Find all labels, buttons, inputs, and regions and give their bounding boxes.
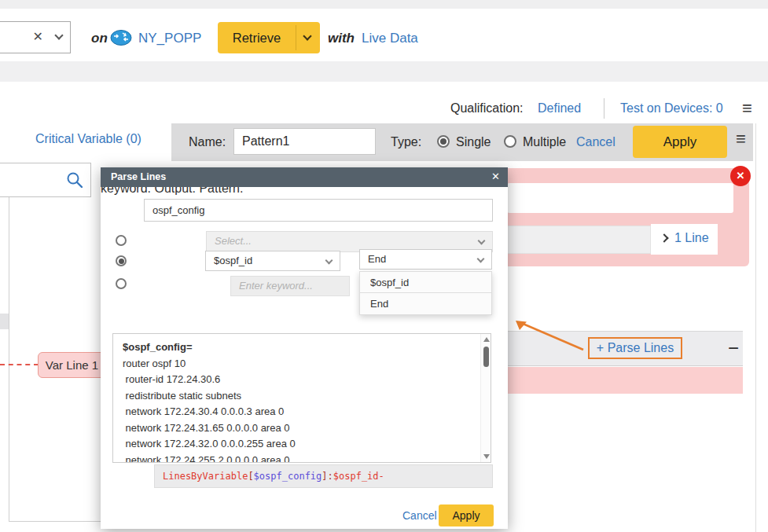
chevron-down-icon [478, 237, 486, 245]
chevron-down-icon [303, 31, 311, 40]
collapse-minus-icon[interactable]: − [728, 337, 739, 359]
panel-divider [9, 197, 9, 521]
chevron-down-icon [325, 257, 333, 265]
dropdown-option[interactable]: End [360, 293, 491, 314]
hamburger-menu-icon[interactable]: ≡ [736, 130, 746, 148]
parse-lines-dialog: Parse Lines ✕ Name: ospf_config The line… [101, 167, 508, 529]
search-icon[interactable] [65, 171, 84, 189]
section-divider-strip [0, 61, 768, 82]
pattern-expression: LinesByVariable[$ospf_config]:$ospf_id- [154, 464, 493, 488]
radio-multiple[interactable] [504, 135, 516, 148]
highlighted-row [487, 367, 743, 394]
keyword-input: Enter keyword... [230, 276, 350, 296]
radio-single[interactable] [437, 135, 450, 148]
line-count-field[interactable] [507, 226, 651, 254]
chevron-right-icon [660, 233, 668, 242]
dialog-apply-button[interactable]: Apply [439, 504, 494, 526]
select-placeholder: Select... [215, 235, 252, 247]
output-line: $ospf_config= [113, 339, 491, 356]
dialog-title: Parse Lines [111, 171, 166, 182]
panel-bottom-border [9, 521, 101, 522]
scrollbar[interactable] [480, 334, 491, 462]
search-input[interactable] [0, 163, 91, 197]
scroll-down-icon[interactable] [483, 454, 490, 459]
vertical-divider [604, 98, 604, 119]
var-line-badge[interactable]: Var Line 1 [38, 352, 106, 378]
output-line: router-id 172.24.30.6 [113, 372, 491, 388]
output-line: network 172.24.255.2 0.0.0.0 area 0 [113, 453, 491, 464]
one-line-label: 1 Line [674, 231, 709, 245]
radio-line-of-variable[interactable] [116, 235, 127, 246]
add-parse-lines-button[interactable]: + Parse Lines [588, 337, 682, 359]
device-link[interactable]: NY_POPP [138, 31, 201, 46]
x-glyph: ✕ [737, 170, 745, 182]
one-line-expander[interactable]: 1 Line [651, 224, 718, 255]
var-line-connector [0, 364, 39, 365]
right-panel-divider [755, 123, 756, 532]
dialog-titlebar[interactable]: Parse Lines ✕ [101, 167, 508, 187]
pattern-var2: $ospf_id- [333, 471, 384, 482]
type-label: Type: [391, 135, 421, 149]
name-label: Name: [189, 135, 226, 149]
retrieve-dropdown-button[interactable] [296, 22, 320, 53]
chevron-down-icon[interactable] [54, 31, 63, 39]
command-combobox[interactable]: ✕ [0, 21, 71, 53]
chevron-down-icon [477, 255, 485, 263]
radio-line-contains[interactable] [116, 278, 127, 289]
line-between-to-select[interactable]: End [359, 249, 492, 270]
single-label[interactable]: Single [456, 135, 491, 149]
router-icon [110, 29, 132, 46]
cancel-link[interactable]: Cancel [576, 135, 616, 149]
top-strip [0, 0, 768, 9]
retrieve-button[interactable]: Retrieve [218, 22, 296, 53]
pattern-name-input[interactable]: Pattern1 [233, 128, 376, 155]
callout-arrow-icon [507, 313, 593, 356]
output-line: network 172.24.30.4 0.0.0.3 area 0 [113, 404, 491, 420]
retrieve-split-button[interactable]: Retrieve [218, 22, 320, 53]
pattern-bracket: [ [248, 471, 253, 482]
hamburger-menu-icon[interactable]: ≡ [742, 100, 752, 117]
test-on-devices-link[interactable]: Test on Devices: 0 [620, 101, 723, 116]
output-preview[interactable]: $ospf_config= router ospf 10 router-id 1… [112, 333, 491, 463]
with-label: with [328, 31, 355, 46]
output-line: network 172.24.31.65 0.0.0.0 area 0 [113, 420, 491, 437]
to-select-dropdown: $ospf_id End [359, 271, 492, 315]
live-data-link[interactable]: Live Data [362, 31, 418, 46]
apply-button[interactable]: Apply [633, 126, 727, 158]
select-value: End [368, 253, 386, 265]
pattern-var1: $ospf_config [254, 471, 322, 482]
multiple-label[interactable]: Multiple [523, 135, 566, 149]
line-between-from-select[interactable]: $ospf_id [205, 251, 340, 271]
screen: ✕ on NY_POPP Retrieve with Live Data Qua… [0, 0, 768, 532]
tab-critical-variable[interactable]: Critical Variable (0) [31, 132, 145, 146]
clear-icon[interactable]: ✕ [33, 29, 43, 44]
scroll-up-icon[interactable] [483, 337, 490, 342]
output-line: redistribute static subnets [113, 388, 491, 405]
radio-line-between[interactable] [116, 255, 127, 266]
spacer [113, 334, 491, 339]
scrollbar-thumb[interactable] [483, 347, 489, 367]
select-value: $ospf_id [214, 255, 252, 266]
variable-value-field[interactable] [507, 183, 733, 213]
row-fragment [0, 314, 9, 329]
pattern-bracket: ]: [322, 471, 333, 482]
error-badge-icon[interactable]: ✕ [730, 166, 751, 186]
pattern-fn: LinesByVariable [163, 471, 248, 482]
qualification-label: Qualification: [450, 101, 524, 116]
dialog-cancel-link[interactable]: Cancel [402, 509, 437, 522]
qualification-value-link[interactable]: Defined [538, 101, 581, 116]
output-line: network 172.24.32.0 0.0.0.255 area 0 [113, 436, 491, 453]
on-label: on [91, 31, 108, 46]
dialog-name-input[interactable]: ospf_config [144, 199, 493, 222]
dropdown-option[interactable]: $ospf_id [360, 272, 491, 293]
close-icon[interactable]: ✕ [491, 171, 500, 182]
output-line: router ospf 10 [113, 356, 491, 372]
